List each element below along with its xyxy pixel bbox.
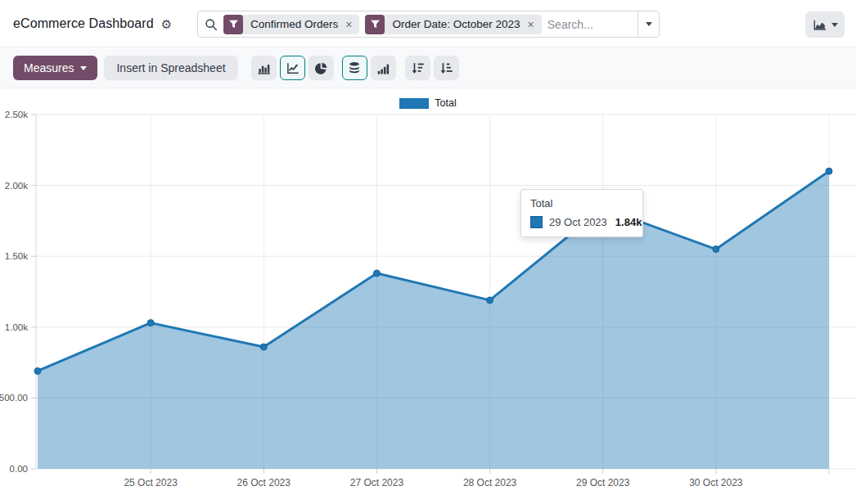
page-title: eCommerce Dashboard	[13, 16, 154, 31]
chevron-down-icon	[80, 66, 87, 70]
filter-funnel-icon	[365, 15, 385, 34]
facet-label: Confirmed Orders	[243, 18, 344, 30]
chart-tooltip: Total 29 Oct 2023 1.84k	[520, 189, 643, 237]
svg-text:28 Oct 2023: 28 Oct 2023	[463, 477, 517, 488]
search-bar[interactable]: Confirmed Orders × Order Date: October 2…	[197, 11, 660, 38]
svg-text:500.00: 500.00	[0, 393, 28, 403]
svg-text:0.00: 0.00	[10, 464, 28, 474]
search-facet-order-date: Order Date: October 2023 ×	[365, 15, 541, 34]
search-input[interactable]	[547, 18, 637, 31]
svg-text:2.50k: 2.50k	[5, 110, 28, 119]
svg-text:25 Oct 2023: 25 Oct 2023	[124, 477, 178, 488]
svg-text:1.00k: 1.00k	[5, 322, 28, 332]
signal-bars-icon	[376, 61, 390, 75]
view-switcher-button[interactable]	[805, 11, 845, 38]
pie-chart-button[interactable]	[309, 56, 334, 80]
sort-amount-desc-icon	[411, 61, 425, 75]
tooltip-date: 29 Oct 2023	[549, 216, 607, 228]
app-root: eCommerce Dashboard ⚙ Confirmed Orders ×…	[0, 0, 856, 504]
stacked-button[interactable]	[342, 56, 367, 80]
database-stack-icon	[348, 61, 361, 74]
chart-area: Total 0.00500.001.00k1.50k2.00k2.50k25 O…	[0, 88, 856, 504]
svg-text:26 Oct 2023: 26 Oct 2023	[237, 477, 291, 488]
svg-text:1.50k: 1.50k	[5, 251, 28, 261]
line-chart-button[interactable]	[280, 56, 305, 80]
gear-icon[interactable]: ⚙	[161, 18, 172, 30]
insert-in-spreadsheet-button[interactable]: Insert in Spreadsheet	[104, 56, 237, 80]
bar-chart-button[interactable]	[251, 56, 277, 80]
chevron-down-icon	[646, 22, 652, 26]
svg-text:27 Oct 2023: 27 Oct 2023	[350, 477, 404, 488]
tooltip-title: Total	[530, 197, 633, 209]
tooltip-row: 29 Oct 2023 1.84k	[530, 216, 633, 228]
tooltip-swatch	[530, 216, 543, 228]
sort-amount-asc-icon	[439, 61, 453, 75]
sort-descending-button[interactable]	[405, 56, 430, 80]
bar-chart-icon	[257, 61, 271, 75]
breadcrumb: eCommerce Dashboard ⚙	[13, 0, 172, 47]
facet-remove-icon[interactable]: ×	[344, 19, 359, 30]
graph-toolbar: Measures Insert in Spreadsheet	[0, 48, 856, 88]
svg-text:2.00k: 2.00k	[5, 181, 28, 191]
facet-label: Order Date: October 2023	[385, 18, 525, 30]
svg-text:29 Oct 2023: 29 Oct 2023	[576, 477, 630, 488]
filter-funnel-icon	[223, 15, 243, 34]
pie-chart-icon	[314, 61, 328, 75]
sort-group	[405, 56, 459, 80]
cumulative-button[interactable]	[371, 56, 396, 80]
chart-type-group	[251, 56, 334, 80]
chevron-down-icon	[831, 23, 838, 27]
area-chart-icon	[813, 18, 827, 32]
measures-button[interactable]: Measures	[13, 56, 97, 80]
chart-mode-group	[342, 56, 396, 80]
line-chart-icon	[286, 61, 300, 75]
search-options-toggle[interactable]	[637, 11, 659, 37]
search-icon	[205, 18, 218, 31]
control-panel: eCommerce Dashboard ⚙ Confirmed Orders ×…	[0, 0, 856, 47]
search-facet-confirmed-orders: Confirmed Orders ×	[223, 15, 359, 34]
facet-remove-icon[interactable]: ×	[526, 19, 542, 30]
chart-canvas[interactable]: 0.00500.001.00k1.50k2.00k2.50k25 Oct 202…	[0, 88, 856, 504]
sort-ascending-button[interactable]	[434, 56, 459, 80]
svg-text:30 Oct 2023: 30 Oct 2023	[689, 477, 743, 488]
tooltip-value: 1.84k	[615, 216, 642, 228]
measures-label: Measures	[24, 61, 74, 74]
